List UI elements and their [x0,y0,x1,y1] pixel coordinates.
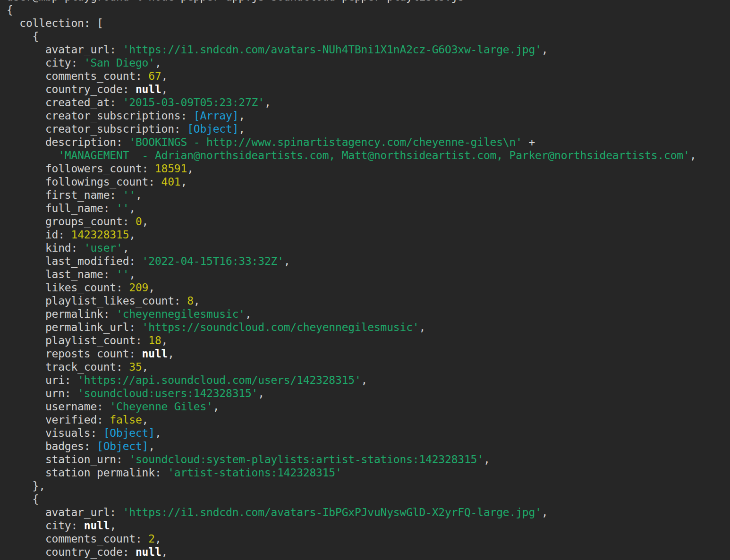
item1-first-name-plain-segment: , [136,189,142,201]
item1-reposts-count-plain-segment: reposts_count: [7,348,142,360]
item1-track-count-plain-segment: , [142,361,149,373]
item2-comments-count-plain-segment: , [155,533,161,545]
item1-description-str-segment: 'BOOKINGS - http://www.spinartistagency.… [129,136,522,148]
item1-last-name-plain-segment: , [129,268,136,280]
item1-full-name-str-segment: '' [116,202,129,214]
item1-brace-close: }, [7,479,730,492]
item1-track-count: track_count: 35, [7,360,730,373]
item1-description-continuation: 'MANAGEMENT - Adrian@northsideartists.co… [7,149,730,162]
item1-city: city: 'San Diego', [7,56,730,69]
command-line-clipped-plain-segment: user@mbp playground % node pepper-app.js… [7,0,464,3]
item1-station-urn: station_urn: 'soundcloud:system-playlist… [7,453,730,466]
item2-city-plain-segment: city: [7,519,84,532]
item1-last-modified-str-segment: '2022-04-15T16:33:32Z' [142,255,284,267]
item2-brace-open: { [7,492,730,506]
item1-visuals-plain-segment: visuals: [7,427,103,439]
item1-likes-count: likes_count: 209, [7,281,730,294]
item1-badges-plain-segment: , [148,440,155,452]
item1-station-permalink-str-segment: 'artist-stations:142328315' [168,467,341,479]
item1-followings-count: followings_count: 401, [7,175,730,188]
item1-playlist-count-plain-segment: , [161,334,168,347]
item1-groups-count-plain-segment: , [142,215,149,228]
item1-playlist-likes-count-num-segment: 8 [187,295,194,307]
item1-creator-subscription: creator_subscription: [Object], [7,122,730,136]
item1-track-count-num-segment: 35 [129,361,142,373]
item1-permalink-url-plain-segment: permalink_url: [7,321,142,333]
collection-key: collection: [ [7,17,730,30]
item1-permalink-url-str-segment: 'https://soundcloud.com/cheyennegilesmus… [142,321,419,333]
item1-comments-count: comments_count: 67, [7,69,730,83]
item1-created-at-str-segment: '2015-03-09T05:23:27Z' [123,96,264,109]
item1-country-code-plain-segment: , [161,83,168,95]
item2-city: city: null, [7,519,730,532]
item1-username: username: 'Cheyenne Giles', [7,400,730,413]
item2-country-code-plain-segment: , [161,546,168,558]
item1-followers-count-plain-segment: followers_count: [7,162,155,175]
item1-station-urn-plain-segment: station_urn: [7,453,129,466]
item1-last-modified-plain-segment: , [284,255,290,267]
item1-urn-str-segment: 'soundcloud:users:142328315' [77,387,258,399]
item1-avatar-url: avatar_url: 'https://i1.sndcdn.com/avata… [7,43,730,56]
item1-permalink-url-plain-segment: , [419,321,425,333]
item1-station-permalink-plain-segment: station_permalink: [7,467,168,479]
terminal-output: user@mbp playground % node pepper-app.js… [0,0,730,560]
item1-id-plain-segment: id: [7,229,71,241]
item1-description-continuation-plain-segment [7,149,58,161]
item2-city-nil-segment: null [84,519,110,532]
item1-city-str-segment: 'San Diego' [84,57,155,69]
item1-kind-plain-segment: , [123,242,129,254]
item1-id-num-segment: 142328315 [71,229,129,241]
item1-brace-open-plain-segment: { [7,30,39,42]
item1-visuals-ref-segment: [Object] [103,427,155,439]
item1-creator-subscription-plain-segment: creator_subscription: [7,123,187,135]
item1-verified-plain-segment: , [142,414,149,426]
item1-creator-subscriptions-plain-segment: , [238,110,245,122]
item1-username-plain-segment: , [213,400,220,413]
item1-avatar-url-str-segment: 'https://i1.sndcdn.com/avatars-NUh4TBni1… [123,43,542,56]
item1-country-code: country_code: null, [7,83,730,96]
item2-country-code-nil-segment: null [136,546,161,558]
item1-full-name: full_name: '', [7,202,730,215]
item1-followings-count-num-segment: 401 [161,176,181,188]
item1-country-code-plain-segment: country_code: [7,83,136,95]
item1-creator-subscription-plain-segment: , [238,123,245,135]
item1-groups-count: groups_count: 0, [7,215,730,228]
item2-comments-count-num-segment: 2 [148,533,155,545]
item1-permalink-url: permalink_url: 'https://soundcloud.com/c… [7,321,730,334]
item1-station-urn-str-segment: 'soundcloud:system-playlists:artist-stat… [129,453,484,466]
item1-last-name-str-segment: '' [116,268,129,280]
item1-id-plain-segment: , [129,229,136,241]
item2-avatar-url-plain-segment: , [542,506,548,518]
item1-full-name-plain-segment: full_name: [7,202,116,214]
item1-uri: uri: 'https://api.soundcloud.com/users/1… [7,373,730,387]
item1-brace-close-plain-segment: }, [7,480,45,492]
item1-creator-subscription-ref-segment: [Object] [187,123,238,135]
item1-reposts-count-nil-segment: null [142,348,168,360]
item1-likes-count-plain-segment: likes_count: [7,281,129,294]
item1-kind: kind: 'user', [7,241,730,255]
item1-comments-count-num-segment: 67 [148,70,161,82]
item1-visuals-plain-segment: , [155,427,161,439]
item1-last-modified-plain-segment: last_modified: [7,255,142,267]
item1-followings-count-plain-segment: , [181,176,187,188]
item1-description: description: 'BOOKINGS - http://www.spin… [7,136,730,149]
item1-reposts-count-plain-segment: , [168,348,174,360]
item2-city-plain-segment: , [110,519,116,532]
item1-description-continuation-plain-segment: , [690,149,696,161]
item1-comments-count-plain-segment: comments_count: [7,70,148,82]
item1-permalink-plain-segment: permalink: [7,308,116,320]
item1-badges-ref-segment: [Object] [97,440,148,452]
item1-description-plain-segment: + [522,136,535,148]
item1-urn-plain-segment: , [258,387,264,399]
item2-comments-count-plain-segment: comments_count: [7,533,148,545]
item1-verified: verified: false, [7,413,730,426]
item1-creator-subscriptions-plain-segment: creator_subscriptions: [7,110,194,122]
root-brace-open-plain-segment: { [7,4,13,16]
item1-avatar-url-plain-segment: , [542,43,548,56]
command-line-clipped: user@mbp playground % node pepper-app.js… [7,0,730,3]
item1-followers-count: followers_count: 18591, [7,162,730,175]
item1-first-name-plain-segment: first_name: [7,189,123,201]
item1-city-plain-segment: , [155,57,161,69]
item1-comments-count-plain-segment: , [161,70,168,82]
root-brace-open: { [7,3,730,17]
